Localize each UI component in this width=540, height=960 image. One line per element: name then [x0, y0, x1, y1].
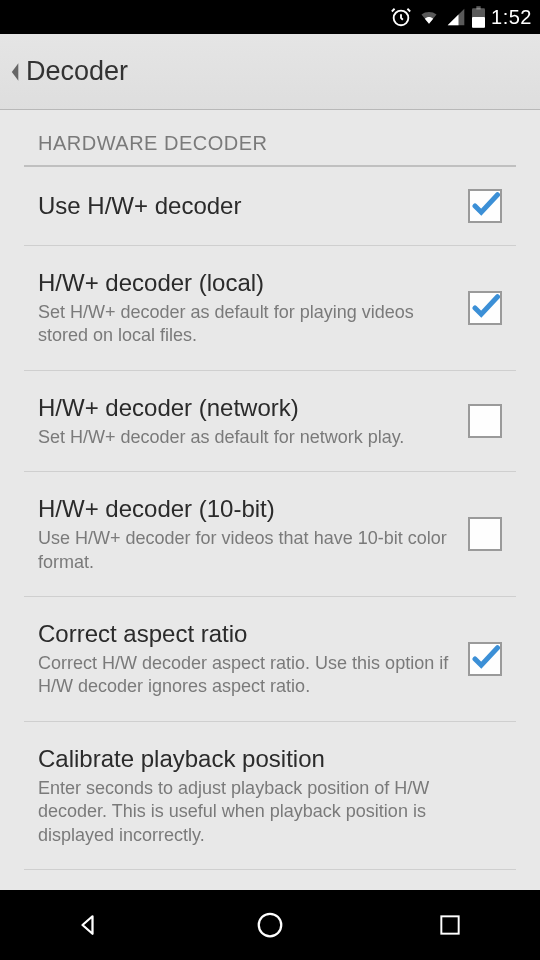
svg-rect-2 — [472, 17, 485, 28]
status-time: 1:52 — [491, 6, 532, 29]
alarm-icon — [390, 6, 412, 28]
back-icon — [6, 59, 22, 85]
svg-rect-3 — [476, 6, 480, 9]
setting-hw-network[interactable]: H/W+ decoder (network) Set H/W+ decoder … — [24, 371, 516, 472]
setting-summary: Correct H/W decoder aspect ratio. Use th… — [38, 652, 456, 699]
checkbox-aspect-ratio[interactable] — [468, 642, 502, 676]
nav-recent-button[interactable] — [400, 900, 500, 950]
checkbox-hw-local[interactable] — [468, 291, 502, 325]
setting-title: H/W+ decoder (local) — [38, 268, 456, 298]
settings-list: Hardware Decoder Use H/W+ decoder H/W+ d… — [0, 110, 540, 940]
setting-title: Correct aspect ratio — [38, 619, 456, 649]
svg-point-4 — [259, 914, 282, 937]
setting-title: Calibrate playback position — [38, 744, 490, 774]
action-bar[interactable]: Decoder — [0, 34, 540, 110]
status-bar: 1:52 — [0, 0, 540, 34]
setting-title: Use H/W+ decoder — [38, 191, 456, 221]
nav-back-button[interactable] — [40, 900, 140, 950]
battery-icon — [472, 6, 485, 28]
wifi-icon — [418, 7, 440, 27]
setting-hw-10bit[interactable]: H/W+ decoder (10-bit) Use H/W+ decoder f… — [24, 472, 516, 597]
setting-title: H/W+ decoder (network) — [38, 393, 456, 423]
setting-summary: Set H/W+ decoder as default for network … — [38, 426, 456, 449]
signal-icon — [446, 7, 466, 27]
nav-home-button[interactable] — [220, 900, 320, 950]
setting-hw-local[interactable]: H/W+ decoder (local) Set H/W+ decoder as… — [24, 246, 516, 371]
setting-summary: Set H/W+ decoder as default for playing … — [38, 301, 456, 348]
setting-calibrate[interactable]: Calibrate playback position Enter second… — [24, 722, 516, 870]
checkbox-hw-network[interactable] — [468, 404, 502, 438]
svg-rect-5 — [441, 916, 458, 933]
navigation-bar — [0, 890, 540, 960]
section-header-hardware: Hardware Decoder — [24, 110, 516, 167]
setting-summary: Enter seconds to adjust playback positio… — [38, 777, 490, 847]
setting-title: H/W+ decoder (10-bit) — [38, 494, 456, 524]
setting-aspect-ratio[interactable]: Correct aspect ratio Correct H/W decoder… — [24, 597, 516, 722]
checkbox-hw-10bit[interactable] — [468, 517, 502, 551]
checkbox-use-hw[interactable] — [468, 189, 502, 223]
setting-use-hw-decoder[interactable]: Use H/W+ decoder — [24, 167, 516, 246]
page-title: Decoder — [26, 56, 128, 87]
setting-summary: Use H/W+ decoder for videos that have 10… — [38, 527, 456, 574]
